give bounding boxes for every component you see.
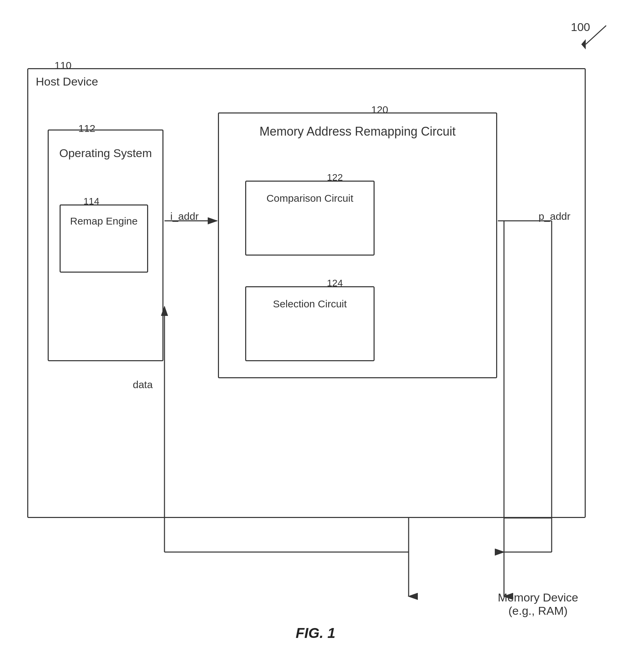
ref-112: 112 [78, 123, 95, 134]
ref-110: 110 [54, 60, 72, 71]
os-label: Operating System [58, 147, 153, 160]
figure-label: FIG. 1 [296, 625, 335, 641]
memory-device-label: Memory Device(e.g., RAM) [498, 591, 578, 617]
selection-circuit-box [245, 286, 375, 361]
i-addr-label: i_addr [170, 211, 199, 222]
selection-circuit-label: Selection Circuit [249, 298, 371, 310]
remap-engine-box [60, 204, 148, 273]
p-addr-label: p_addr [539, 211, 570, 222]
comparison-circuit-box [245, 181, 375, 256]
comparison-circuit-label: Comparison Circuit [249, 193, 371, 204]
diagram-container: 100 110 Host Device 112 Operating System… [0, 0, 631, 672]
ref-120: 120 [371, 104, 388, 116]
svg-marker-4 [581, 39, 586, 49]
data-label: data [133, 379, 153, 391]
ref-100: 100 [571, 20, 590, 34]
ref-122: 122 [327, 172, 343, 183]
ref-124: 124 [327, 278, 343, 289]
ref-114: 114 [83, 196, 99, 207]
remap-engine-label: Remap Engine [63, 215, 145, 227]
marc-label: Memory Address Remapping Circuit [238, 124, 477, 139]
host-device-label: Host Device [36, 75, 98, 88]
